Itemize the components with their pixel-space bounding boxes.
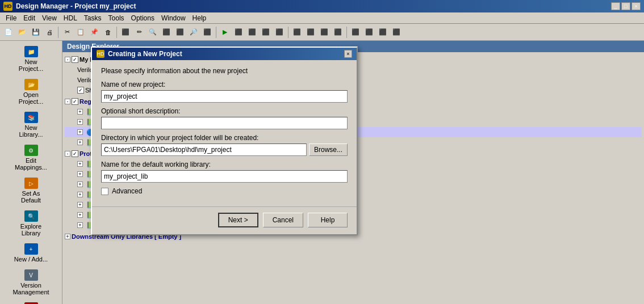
toolbar-e3[interactable]: ⬛ (377, 26, 389, 39)
advanced-label: Advanced (112, 187, 142, 195)
dialog-title-bar: HD Creating a New Project × (92, 48, 357, 60)
toolbar-new[interactable]: 📄 (2, 26, 15, 39)
toolbar-c3[interactable]: ⬛ (246, 26, 258, 39)
toolbar-b3[interactable]: 🔍 (147, 26, 159, 39)
working-library-input[interactable] (101, 170, 348, 183)
help-button[interactable]: Help (308, 213, 348, 227)
version-mgmt-icon: V (24, 269, 38, 281)
toolbar-b4[interactable]: ⬛ (160, 26, 173, 39)
toolbar-b5[interactable]: ⬛ (174, 26, 186, 39)
sidebar-btn-new-project[interactable]: 📁 NewProject... (4, 43, 58, 75)
sidebar-btn-version-mgmt[interactable]: V VersionManagement (4, 267, 58, 298)
close-button[interactable]: × (632, 2, 641, 10)
sidebar-btn-new-library[interactable]: 📚 NewLibrary... (4, 109, 58, 141)
toolbar-save[interactable]: 💾 (30, 26, 42, 39)
toolbar-e1[interactable]: ⬛ (349, 26, 362, 39)
description-group: Optional short description: (101, 107, 348, 129)
menu-hdl[interactable]: HDL (60, 13, 81, 23)
sidebar-btn-edit-mappings[interactable]: ⚙ EditMappings... (4, 142, 58, 174)
content-panel: Design Explorer - ✓ My Project: C:\Users… (62, 41, 644, 304)
project-name-label: Name of new project: (101, 81, 348, 88)
toolbar-c5[interactable]: ⬛ (273, 26, 286, 39)
menu-window[interactable]: Window (158, 13, 189, 23)
menu-view[interactable]: View (39, 13, 60, 23)
dialog-close-button[interactable]: × (344, 50, 352, 58)
project-name-group: Name of new project: (101, 81, 348, 103)
toolbar-e2[interactable]: ⬛ (363, 26, 375, 39)
sidebar-btn-new-add[interactable]: + New / Add... (4, 240, 58, 265)
next-button[interactable]: Next > (218, 213, 258, 227)
app-icon: HD (3, 2, 12, 11)
window-controls[interactable]: _ □ × (611, 2, 641, 10)
minimize-button[interactable]: _ (611, 2, 620, 10)
edit-mappings-icon: ⚙ (24, 145, 38, 156)
dialog-overlay: HD Creating a New Project × Please speci… (62, 41, 644, 304)
new-project-icon: 📁 (24, 46, 38, 57)
toolbar-open[interactable]: 📂 (16, 26, 28, 39)
dialog-app-icon: HD (97, 50, 104, 58)
description-input[interactable] (101, 117, 348, 129)
advanced-checkbox[interactable] (101, 188, 108, 195)
toolbar-paste[interactable]: 📌 (88, 26, 101, 39)
sidebar-btn-set-default[interactable]: ▷ Set AsDefault (4, 175, 58, 206)
toolbar-d3[interactable]: ⬛ (318, 26, 331, 39)
new-add-icon: + (24, 243, 38, 255)
toolbar-sep-1 (58, 27, 58, 38)
toolbar-delete[interactable]: 🗑 (102, 26, 114, 39)
sidebar-label-new-add: New / Add... (14, 256, 48, 263)
toolbar-b7[interactable]: ⬛ (201, 26, 214, 39)
toolbar-c2[interactable]: ⬛ (232, 26, 245, 39)
sidebar-btn-explore-library[interactable]: 🔍 ExploreLibrary (4, 208, 58, 239)
toolbar-c1[interactable]: ▶ (219, 26, 231, 39)
menu-help[interactable]: Help (189, 13, 210, 23)
toolbar-copy[interactable]: 📋 (74, 26, 87, 39)
working-library-group: Name for the default working library: (101, 161, 348, 183)
title-bar-text: Design Manager - Project my_project (16, 2, 608, 10)
directory-row: Browse... (101, 143, 348, 156)
main-area: 📁 NewProject... 📂 OpenProject... 📚 NewLi… (0, 41, 644, 304)
toolbar-print[interactable]: 🖨 (43, 26, 56, 39)
advanced-row: Advanced (101, 187, 348, 195)
dialog-title-text: Creating a New Project (108, 50, 341, 58)
maximize-button[interactable]: □ (621, 2, 630, 10)
toolbar-sep-2 (116, 27, 117, 38)
toolbar-b6[interactable]: 🔎 (187, 26, 200, 39)
menu-tasks[interactable]: Tasks (81, 13, 105, 23)
toolbar: 📄 📂 💾 🖨 ✂ 📋 📌 🗑 ⬛ ✏ 🔍 ⬛ ⬛ 🔎 ⬛ ▶ ⬛ ⬛ ⬛ ⬛ … (0, 24, 644, 41)
toolbar-e4[interactable]: ⬛ (390, 26, 403, 39)
new-project-dialog: HD Creating a New Project × Please speci… (91, 47, 358, 235)
toolbar-d4[interactable]: ⬛ (332, 26, 344, 39)
cancel-button[interactable]: Cancel (263, 213, 303, 227)
dialog-body: Please specify information about the new… (92, 60, 357, 202)
sidebar-btn-open-project[interactable]: 📂 OpenProject... (4, 76, 58, 108)
sidebar-label-edit-mappings: EditMappings... (15, 157, 47, 171)
description-label: Optional short description: (101, 107, 348, 115)
project-name-input[interactable] (101, 90, 348, 103)
open-project-icon: 📂 (24, 79, 38, 90)
menu-edit[interactable]: Edit (20, 13, 39, 23)
menu-tools[interactable]: Tools (105, 13, 128, 23)
set-default-icon: ▷ (24, 178, 38, 189)
directory-group: Directory in which your project folder w… (101, 134, 348, 156)
sidebar-label-explore-library: ExploreLibrary (20, 223, 41, 237)
sidebar-label-new-project: NewProject... (19, 58, 43, 72)
toolbar-d1[interactable]: ⬛ (291, 26, 303, 39)
menu-options[interactable]: Options (128, 13, 158, 23)
toolbar-d2[interactable]: ⬛ (304, 26, 317, 39)
sidebar-label-version-mgmt: VersionManagement (12, 282, 49, 295)
title-bar: HD Design Manager - Project my_project _… (0, 0, 644, 12)
dialog-description: Please specify information about the new… (101, 67, 348, 75)
sidebar-label-set-default: Set AsDefault (21, 190, 41, 204)
toolbar-sep-3 (216, 27, 216, 38)
menu-file[interactable]: File (2, 13, 20, 23)
toolbar-b2[interactable]: ✏ (133, 26, 145, 39)
working-library-label: Name for the default working library: (101, 161, 348, 168)
sidebar-label-open-project: OpenProject... (19, 91, 43, 105)
directory-input[interactable] (101, 143, 307, 156)
toolbar-b1[interactable]: ⬛ (119, 26, 132, 39)
toolbar-cut[interactable]: ✂ (61, 26, 73, 39)
browse-button[interactable]: Browse... (309, 143, 348, 156)
sidebar-label-new-library: NewLibrary... (19, 124, 43, 138)
toolbar-c4[interactable]: ⬛ (260, 26, 272, 39)
sidebar-btn-close-project[interactable]: ✕ Close Project (4, 299, 58, 304)
